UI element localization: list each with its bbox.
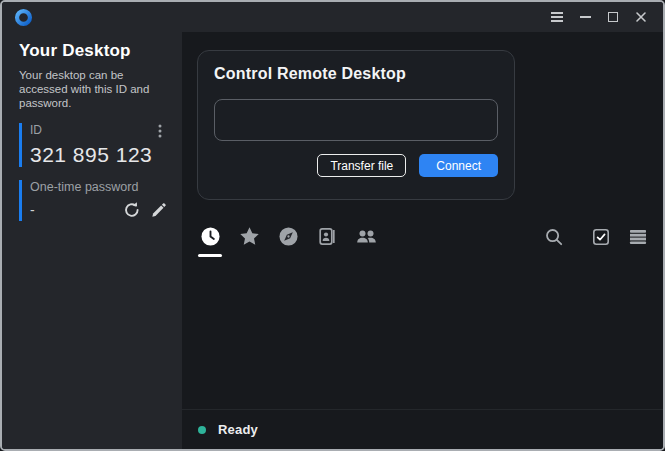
list-view-icon[interactable] xyxy=(629,229,647,245)
refresh-icon[interactable] xyxy=(123,201,141,219)
desktop-id-value[interactable]: 321 895 123 xyxy=(30,143,167,167)
minimize-icon[interactable] xyxy=(575,7,595,27)
tabbar-actions xyxy=(544,226,647,247)
remote-id-input[interactable] xyxy=(214,99,498,141)
kebab-menu-icon[interactable] xyxy=(153,123,167,139)
window-controls xyxy=(547,7,651,27)
password-label: One-time password xyxy=(30,180,167,194)
id-section: ID 321 895 123 xyxy=(19,123,167,167)
maximize-icon[interactable] xyxy=(603,7,623,27)
control-remote-desktop-card: Control Remote Desktop Transfer file Con… xyxy=(197,50,515,200)
edit-pencil-icon[interactable] xyxy=(150,202,167,219)
status-text: Ready xyxy=(218,422,258,437)
app-window: Your Desktop Your desktop can be accesse… xyxy=(0,0,665,451)
sidebar-title: Your Desktop xyxy=(19,41,167,61)
select-checkbox-icon[interactable] xyxy=(592,228,610,246)
search-icon[interactable] xyxy=(544,227,564,247)
main-panel: Control Remote Desktop Transfer file Con… xyxy=(182,32,663,449)
sidebar: Your Desktop Your desktop can be accesse… xyxy=(2,32,182,449)
statusbar: Ready xyxy=(182,409,663,449)
app-logo-icon xyxy=(14,8,33,27)
menu-hamburger-icon[interactable] xyxy=(547,7,567,27)
app-body: Your Desktop Your desktop can be accesse… xyxy=(2,32,663,449)
card-title: Control Remote Desktop xyxy=(214,65,498,83)
close-icon[interactable] xyxy=(631,7,651,27)
status-dot-icon xyxy=(198,426,206,434)
password-value[interactable]: - xyxy=(30,202,35,218)
connect-button[interactable]: Connect xyxy=(419,154,498,177)
transfer-file-button[interactable]: Transfer file xyxy=(317,154,406,177)
session-tabbar xyxy=(182,200,663,248)
password-section: One-time password - xyxy=(19,180,167,221)
session-list-area[interactable] xyxy=(182,248,663,409)
sidebar-description: Your desktop can be accessed with this I… xyxy=(19,68,167,110)
titlebar[interactable] xyxy=(2,2,663,32)
id-label: ID xyxy=(30,123,42,137)
